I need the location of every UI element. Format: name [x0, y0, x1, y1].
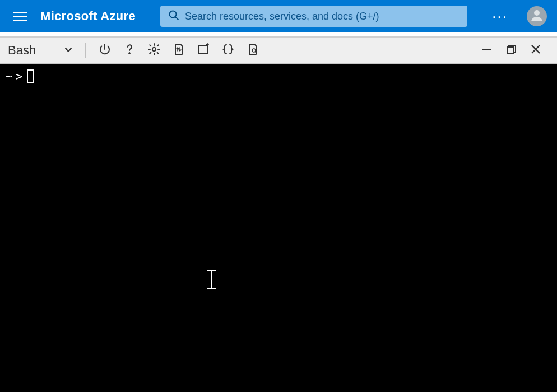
maximize-button[interactable] [500, 39, 522, 62]
svg-rect-8 [507, 47, 514, 54]
braces-icon [221, 43, 235, 58]
minimize-button[interactable] [475, 39, 498, 62]
svg-point-2 [534, 10, 540, 16]
portal-title: Microsoft Azure [40, 9, 136, 24]
close-button[interactable] [524, 39, 547, 62]
search-box[interactable] [160, 6, 467, 27]
search-icon [168, 10, 179, 23]
terminal-cursor [27, 69, 34, 83]
upload-download-button[interactable] [168, 39, 190, 62]
terminal-area[interactable]: ~ > [0, 64, 557, 392]
menu-icon[interactable] [13, 8, 30, 25]
maximize-icon [505, 43, 517, 58]
text-cursor-icon [211, 271, 212, 288]
web-preview-button[interactable] [242, 39, 264, 62]
new-window-icon [197, 43, 210, 58]
more-actions-button[interactable]: ··· [489, 8, 511, 25]
azure-header: Microsoft Azure ··· [0, 0, 557, 32]
account-avatar[interactable] [527, 6, 547, 26]
new-session-button[interactable] [192, 39, 215, 62]
power-icon [98, 43, 112, 58]
editor-button[interactable] [217, 39, 239, 62]
minimize-icon [480, 43, 493, 58]
settings-button[interactable] [143, 39, 165, 62]
restart-shell-button[interactable] [94, 39, 116, 62]
prompt-separator: > [16, 69, 22, 83]
shell-type-label: Bash [8, 43, 36, 58]
svg-point-4 [152, 48, 156, 51]
help-icon [123, 43, 136, 58]
toolbar-separator [85, 43, 86, 58]
shell-type-select[interactable]: Bash [6, 42, 77, 59]
chevron-down-icon [64, 43, 73, 58]
close-icon [530, 43, 542, 58]
file-preview-icon [246, 43, 259, 58]
terminal-prompt: ~ > [6, 69, 551, 83]
svg-rect-5 [199, 46, 207, 54]
prompt-cwd: ~ [6, 69, 12, 83]
svg-point-3 [129, 53, 131, 54]
file-transfer-icon [172, 43, 185, 58]
person-icon [530, 8, 544, 25]
svg-line-1 [175, 17, 178, 20]
search-input[interactable] [185, 11, 459, 22]
help-button[interactable] [118, 39, 141, 62]
cloud-shell-toolbar: Bash [0, 37, 557, 64]
svg-point-0 [169, 11, 176, 18]
gear-icon [147, 43, 161, 58]
header-divider [0, 32, 557, 37]
